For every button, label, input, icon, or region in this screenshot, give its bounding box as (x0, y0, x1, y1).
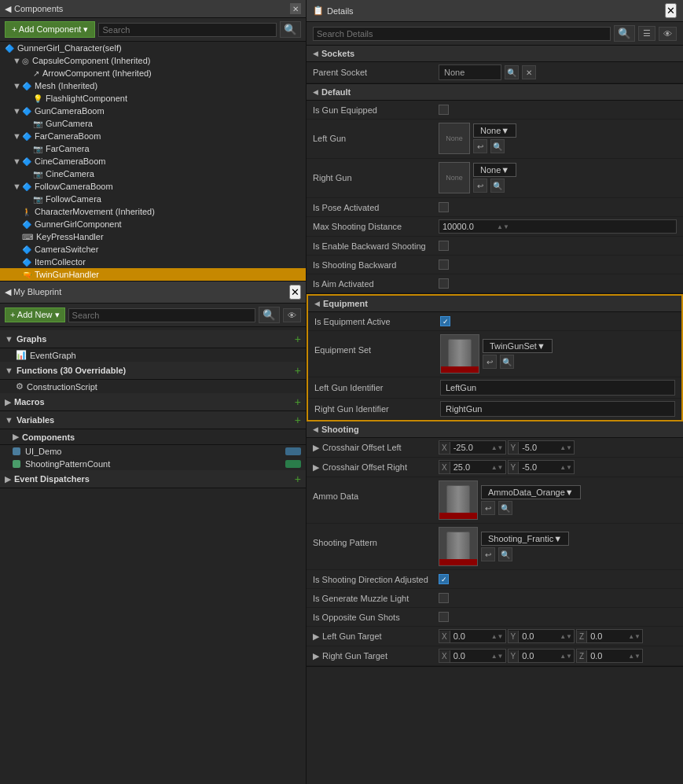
blueprint-search-input[interactable] (68, 308, 255, 322)
lgt-y-input[interactable] (519, 630, 558, 642)
left-gun-reset-button[interactable]: ↩ (473, 139, 487, 153)
macros-section-header[interactable]: ▶ Macros + (0, 393, 306, 411)
socket-clear-button[interactable]: ✕ (522, 65, 536, 79)
enable-backward-checkbox[interactable] (439, 241, 449, 251)
left-gun-row: Left Gun None None ▼ ↩ (307, 120, 683, 159)
gun-equipped-checkbox[interactable] (439, 105, 449, 115)
equipment-section-header[interactable]: ◀ Equipment (308, 296, 681, 312)
eventdispatchers-section-header[interactable]: ▶ Event Dispatchers + (0, 470, 306, 488)
graphs-add-button[interactable]: + (295, 333, 301, 345)
details-close-button[interactable]: ✕ (665, 3, 677, 18)
equip-set-search-button[interactable]: 🔍 (500, 355, 514, 369)
crosshair-right-expand[interactable]: ▶ Crosshair Offset Right (313, 462, 439, 473)
shooting-backward-checkbox[interactable] (439, 259, 449, 270)
details-eye-button[interactable]: 👁 (659, 27, 677, 41)
right-gun-target-expand[interactable]: ▶ Right Gun Target (313, 651, 439, 661)
right-gun-dropdown[interactable]: None ▼ (473, 163, 516, 177)
components-search-input[interactable] (98, 23, 277, 37)
rgt-x-input[interactable] (450, 650, 490, 662)
eventdisp-add-button[interactable]: + (295, 473, 301, 485)
left-gun-target-expand[interactable]: ▶ Left Gun Target (313, 631, 439, 642)
graphs-section-header[interactable]: ▼ Graphs + (0, 330, 306, 348)
details-search-input[interactable] (313, 27, 611, 41)
tree-item-keyPress[interactable]: ⌨ KeyPressHandler (0, 230, 306, 243)
functions-add-button[interactable]: + (295, 364, 301, 377)
crosshair-left-expand[interactable]: ▶ Crosshair Offset Left (313, 443, 439, 453)
tree-item-followCam[interactable]: 📷 FollowCamera (0, 193, 306, 205)
equip-set-reset-button[interactable]: ↩ (483, 355, 497, 369)
components-collapse-arrow[interactable]: ◀ (5, 4, 11, 14)
right-gun-id-input[interactable] (440, 401, 675, 417)
ammo-data-dropdown[interactable]: AmmoData_Orange ▼ (481, 485, 581, 499)
ammo-data-reset-button[interactable]: ↩ (481, 501, 495, 515)
max-shoot-dist-input[interactable] (439, 220, 494, 233)
tree-item-cineCam[interactable]: 📷 CineCamera (0, 167, 306, 180)
macros-add-button[interactable]: + (295, 396, 301, 408)
tree-item-gunnerGirl[interactable]: 🔷 GunnerGirl_Character(self) (0, 42, 306, 54)
tree-item-itemCollect[interactable]: 🔷 ItemCollector (0, 256, 306, 268)
components-close-button[interactable]: ✕ (290, 3, 301, 14)
details-search-button[interactable]: 🔍 (614, 25, 635, 42)
lgt-x-input[interactable] (450, 630, 490, 642)
tree-item-capsule[interactable]: ▼ ◎ CapsuleComponent (Inherited) (0, 54, 306, 67)
left-gun-search-button[interactable]: 🔍 (490, 139, 505, 153)
shooting-pattern-dropdown[interactable]: Shooting_Frantic ▼ (481, 532, 569, 546)
details-grid-button[interactable]: ☰ (638, 26, 655, 41)
eventgraph-item[interactable]: 📊 EventGraph (0, 348, 306, 362)
tree-item-mesh[interactable]: ▼ 🔷 Mesh (Inherited) (0, 79, 306, 92)
tree-item-farCamBoom[interactable]: ▼ 🔷 FarCameraBoom (0, 130, 306, 142)
tree-item-camSwitcher[interactable]: 🔷 CameraSwitcher (0, 243, 306, 256)
crosshair-right-x-input[interactable] (450, 461, 490, 473)
components-search-button[interactable]: 🔍 (280, 21, 301, 38)
lgt-y-arrow: ▲▼ (558, 633, 574, 640)
uidemo-variable[interactable]: UI_Demo (0, 445, 306, 458)
shooting-section-header[interactable]: ◀ Shooting (307, 421, 683, 438)
parent-socket-input[interactable] (439, 64, 501, 80)
lgt-z-input[interactable] (587, 630, 626, 642)
rgt-y-input[interactable] (519, 650, 558, 662)
sockets-section-header[interactable]: ◀ Sockets (307, 46, 683, 62)
variables-section-header[interactable]: ▼ Variables + (0, 411, 306, 429)
tree-item-cineCamBoom[interactable]: ▼ 🔷 CineCameraBoom (0, 155, 306, 167)
blueprint-eye-button[interactable]: 👁 (283, 308, 301, 322)
tree-item-gunCam[interactable]: 📷 GunCamera (0, 117, 306, 130)
blueprint-close-button[interactable]: ✕ (289, 285, 301, 300)
constructionscript-item[interactable]: ⚙ ConstructionScript (0, 380, 306, 393)
blueprint-collapse-arrow[interactable]: ◀ (5, 287, 11, 296)
rgt-z-input[interactable] (587, 650, 626, 662)
tree-item-followCamBoom[interactable]: ▼ 🔷 FollowCameraBoom (0, 180, 306, 193)
tree-item-farCam[interactable]: 📷 FarCamera (0, 142, 306, 155)
equip-active-checkbox[interactable] (440, 316, 450, 326)
shooting-pattern-reset-button[interactable]: ↩ (481, 547, 495, 561)
shoot-dir-adj-checkbox[interactable] (439, 574, 449, 584)
aim-activated-checkbox[interactable] (439, 278, 449, 289)
pose-activated-checkbox[interactable] (439, 202, 449, 212)
socket-search-button[interactable]: 🔍 (505, 65, 519, 79)
add-component-button[interactable]: + Add Component ▾ (5, 21, 95, 38)
left-gun-dropdown[interactable]: None ▼ (473, 123, 516, 138)
add-new-button[interactable]: + Add New ▾ (5, 307, 65, 322)
crosshair-left-y-input[interactable] (519, 441, 558, 454)
blueprint-search-button[interactable]: 🔍 (259, 307, 280, 323)
equip-set-dropdown[interactable]: TwinGunSet ▼ (483, 339, 553, 353)
shootingpattern-variable[interactable]: ShootingPatternCount (0, 458, 306, 470)
tree-item-arrow[interactable]: ↗ ArrowComponent (Inherited) (0, 67, 306, 79)
left-gun-id-input[interactable] (440, 380, 675, 396)
variables-components-header[interactable]: ▶ Components (0, 429, 306, 445)
crosshair-right-y-input[interactable] (519, 461, 558, 473)
tree-item-charMovement[interactable]: 🚶 CharacterMovement (Inherited) (0, 205, 306, 218)
functions-section-header[interactable]: ▼ Functions (30 Overridable) + (0, 362, 306, 380)
right-gun-search-button[interactable]: 🔍 (490, 179, 505, 193)
shooting-pattern-search-button[interactable]: 🔍 (498, 547, 512, 561)
tree-item-gunnerComp[interactable]: 🔷 GunnerGirlComponent (0, 218, 306, 230)
tree-item-gunCamBoom[interactable]: ▼ 🔷 GunCameraBoom (0, 105, 306, 117)
variables-add-button[interactable]: + (295, 414, 301, 426)
opposite-shots-checkbox[interactable] (439, 612, 449, 622)
default-section-header[interactable]: ◀ Default (307, 84, 683, 101)
tree-item-twinGun[interactable]: 🔫 TwinGunHandler (0, 268, 306, 281)
ammo-data-search-button[interactable]: 🔍 (498, 501, 512, 515)
crosshair-left-x-input[interactable] (450, 441, 490, 454)
right-gun-reset-button[interactable]: ↩ (473, 179, 487, 193)
muzzle-light-checkbox[interactable] (439, 593, 449, 603)
tree-item-flashlight[interactable]: 💡 FlashlightComponent (0, 92, 306, 105)
